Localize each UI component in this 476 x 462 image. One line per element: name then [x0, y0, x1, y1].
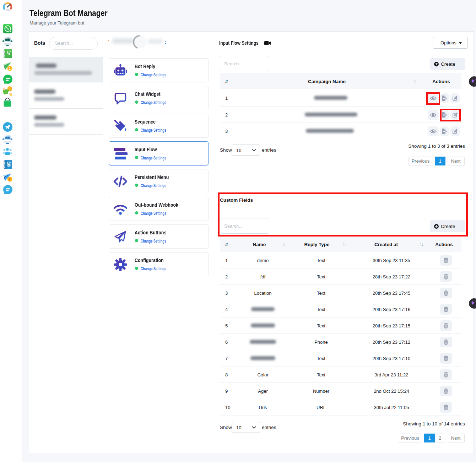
svg-text:1: 1 — [9, 177, 11, 181]
svg-text:1: 1 — [9, 66, 11, 70]
